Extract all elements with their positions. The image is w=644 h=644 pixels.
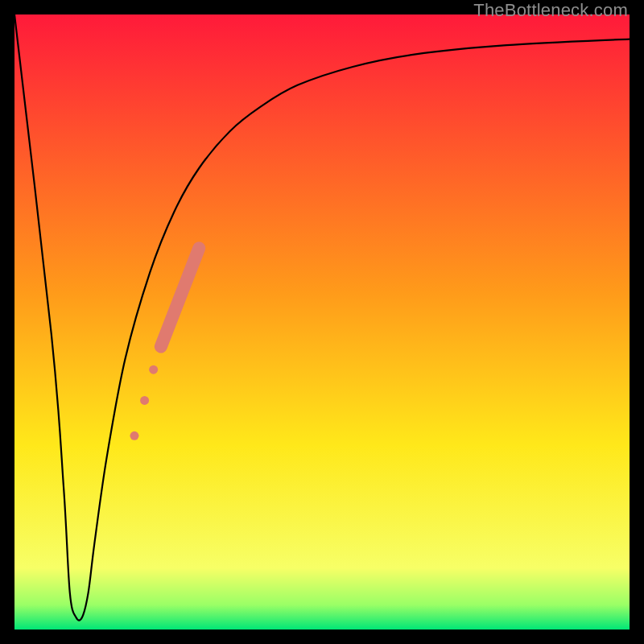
watermark-text: TheBottleneck.com <box>473 0 628 21</box>
highlight-dot <box>149 365 158 374</box>
bottleneck-chart <box>14 14 630 630</box>
gradient-background <box>14 14 630 630</box>
highlight-dot <box>130 431 138 440</box>
highlight-dot <box>140 396 149 405</box>
